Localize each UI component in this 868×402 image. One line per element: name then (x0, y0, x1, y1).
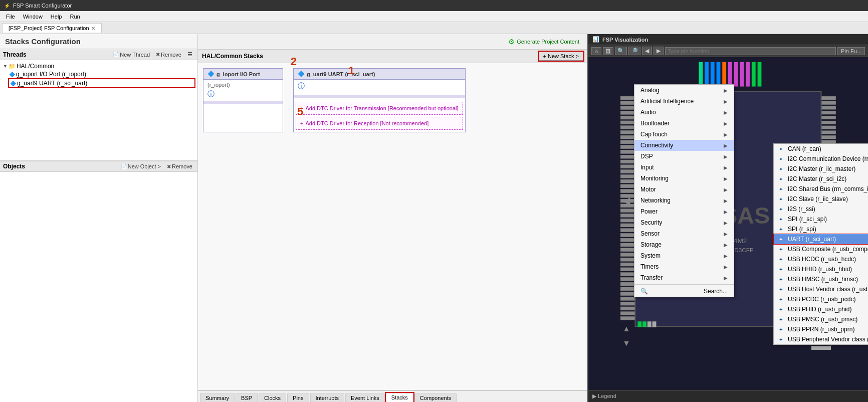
menu-search-label: Search... (704, 288, 728, 295)
right-panel-title: FSP Visualization (602, 37, 648, 43)
menu-power[interactable]: Power ▶ (634, 206, 734, 217)
svg-rect-2 (705, 62, 709, 87)
tab-interrupts[interactable]: Interrupts (310, 393, 344, 402)
submenu-usb-pprn[interactable]: ✦ USB PPRN (r_usb_pprn) (774, 324, 868, 334)
submenu-usb-pcdc-icon: ✦ (779, 297, 785, 302)
menu-file[interactable]: File (2, 13, 19, 21)
tree-hal-common[interactable]: ▼ 📁 HAL/Common (2, 62, 195, 70)
threads-menu-button[interactable]: ☰ (185, 51, 194, 58)
submenu-uart-selected[interactable]: ✦ UART (r_sci_uart) (774, 234, 868, 244)
tab-event-links[interactable]: Event Links (345, 393, 385, 402)
submenu-usb-pvnd[interactable]: ✦ USB Peripheral Vendor class (r_usb_pvn… (774, 334, 868, 344)
submenu-i2c-slave[interactable]: ✦ I2C Slave (r_iic_slave) (774, 194, 868, 204)
menu-sensor[interactable]: Sensor ▶ (634, 228, 734, 239)
tab-pins[interactable]: Pins (287, 393, 309, 402)
new-object-button[interactable]: 📄 New Object > (119, 163, 163, 170)
generate-button[interactable]: ⚙ Generate Project Content (504, 36, 583, 47)
submenu-usb-hmsc[interactable]: ✦ USB HMSC (r_usb_hmsc) (774, 274, 868, 284)
viz-photo-button[interactable]: 🖼 (603, 47, 613, 55)
menu-storage[interactable]: Storage ▶ (634, 239, 734, 250)
tree-uart9[interactable]: 🔷 g_uart9 UART (r_sci_uart) (8, 78, 195, 88)
tab-fsp-config[interactable]: [FSP_Project] FSP Configuration ✕ (2, 23, 102, 33)
menu-transfer[interactable]: Transfer ▶ (634, 272, 734, 283)
submenu-spi-r[interactable]: ✦ SPI (r_spi) (774, 224, 868, 234)
viz-search-button[interactable]: 🔍 (615, 47, 627, 55)
viz-next-button[interactable]: ▶ (654, 47, 664, 55)
stack-block-ioport[interactable]: 🔷 g_ioport I/O Port (r_ioport) ⓘ (203, 68, 283, 132)
menu-networking[interactable]: Networking ▶ (634, 195, 734, 206)
menu-motor[interactable]: Motor ▶ (634, 184, 734, 195)
menu-ai[interactable]: Artificial Intelligence ▶ (634, 96, 734, 107)
tab-close-icon[interactable]: ✕ (91, 26, 95, 31)
menu-analog[interactable]: Analog ▶ (634, 85, 734, 96)
submenu-i2c-master-iic[interactable]: ✦ I2C Master (r_iic_master) (774, 164, 868, 174)
tree-ioport-label: g_ioport I/O Port (r_ioport) (16, 71, 86, 78)
menu-audio[interactable]: Audio ▶ (634, 107, 734, 118)
submenu-usb-hhid[interactable]: ✦ USB HHID (r_usb_hhid) (774, 264, 868, 274)
add-dtc-transmit-button[interactable]: + Add DTC Driver for Transmission [Recom… (296, 102, 463, 115)
submenu-usb-composite[interactable]: ✦ USB Composite (r_usb_composite) (774, 244, 868, 254)
menu-search[interactable]: 🔍 Search... (634, 286, 734, 297)
svg-rect-51 (620, 287, 635, 291)
menu-help[interactable]: Help (47, 13, 66, 21)
stack-block-uart9[interactable]: 🔷 g_uart9 UART (r_sci_uart) ⓘ + Add DTC … (293, 68, 466, 132)
menu-audio-arrow: ▶ (724, 110, 728, 115)
remove-object-button[interactable]: ✖ Remove (165, 163, 194, 170)
svg-rect-17 (620, 121, 635, 124)
submenu-usb-hhid-icon: ✦ (779, 267, 785, 272)
menu-dsp[interactable]: DSP ▶ (634, 151, 734, 162)
submenu-i2c-comms[interactable]: ✦ I2C Communication Device (rm_comms_i2c… (774, 154, 868, 164)
tab-summary[interactable]: Summary (200, 393, 235, 402)
remove-thread-button[interactable]: ✖ Remove (154, 51, 183, 58)
submenu-usb-hvnd[interactable]: ✦ USB Host Vendor class (r_usb_hvnd) (774, 284, 868, 294)
menu-bootloader[interactable]: Bootloader ▶ (634, 118, 734, 129)
submenu-usb-pcdc[interactable]: ✦ USB PCDC (r_usb_pcdc) (774, 294, 868, 304)
menu-monitoring[interactable]: Monitoring ▶ (634, 173, 734, 184)
submenu-usb-phid-icon: ✦ (779, 307, 785, 312)
submenu-spi-sci[interactable]: ✦ SPI (r_sci_spi) (774, 214, 868, 224)
submenu-i2c-shared[interactable]: ✦ I2C Shared Bus (rm_comms_i2c) (774, 184, 868, 194)
pin-function-input[interactable] (665, 47, 836, 55)
add-dtc-receive-button[interactable]: + Add DTC Driver for Reception [Not reco… (296, 117, 463, 130)
submenu-usb-phid[interactable]: ✦ USB PHID (r_usb_phid) (774, 304, 868, 314)
submenu-i2c-master-sci-label: I2C Master (r_sci_i2c) (788, 175, 846, 182)
tree-ioport[interactable]: 🔷 g_ioport I/O Port (r_ioport) (8, 70, 195, 78)
menu-connectivity[interactable]: Connectivity ▶ (634, 140, 734, 151)
menu-sensor-arrow: ▶ (724, 231, 728, 237)
submenu-can[interactable]: ✦ CAN (r_can) (774, 144, 868, 154)
tab-bsp[interactable]: BSP (236, 393, 258, 402)
submenu-i2s[interactable]: ✦ I2S (r_ssi) (774, 204, 868, 214)
submenu-usb-hcdc[interactable]: ✦ USB HCDC (r_usb_hcdc) (774, 254, 868, 264)
tab-components[interactable]: Components (414, 393, 457, 402)
new-thread-button[interactable]: 📄 New Thread (111, 51, 152, 58)
svg-rect-54 (620, 302, 635, 305)
menu-timers[interactable]: Timers ▶ (634, 261, 734, 272)
menu-run[interactable]: Run (66, 13, 84, 21)
new-stack-button[interactable]: + New Stack > (539, 52, 584, 61)
menu-security[interactable]: Security ▶ (634, 217, 734, 228)
svg-rect-63 (821, 121, 836, 124)
submenu-i2c-master-sci[interactable]: ✦ I2C Master (r_sci_i2c) (774, 174, 868, 184)
main-layout: Stacks Configuration Threads 📄 New Threa… (0, 34, 868, 402)
stack-ioport-title: g_ioport I/O Port (216, 71, 260, 77)
submenu-usb-pprn-label: USB PPRN (r_usb_pprn) (788, 326, 854, 333)
pin-function-button[interactable]: Pin Fu... (837, 47, 865, 55)
tab-stacks[interactable]: Stacks (386, 393, 413, 402)
right-legend[interactable]: ▶ Legend (588, 390, 868, 402)
viz-prev-button[interactable]: ◀ (642, 47, 652, 55)
menu-window[interactable]: Window (19, 13, 47, 21)
menu-system[interactable]: System ▶ (634, 250, 734, 261)
menu-system-arrow: ▶ (724, 253, 728, 259)
viz-home-button[interactable]: ⌂ (591, 47, 601, 55)
svg-rect-38 (620, 224, 635, 227)
svg-rect-64 (821, 126, 836, 129)
app-title: FSP Smart Configurator (13, 3, 72, 9)
tab-clocks[interactable]: Clocks (259, 393, 286, 402)
svg-text:▲: ▲ (622, 324, 630, 333)
viz-zoom-in-button[interactable]: 🔎 (628, 47, 640, 55)
submenu-usb-pmsc[interactable]: ✦ USB PMSC (r_usb_pmsc) (774, 314, 868, 324)
menu-input[interactable]: Input ▶ (634, 162, 734, 173)
menu-captouch[interactable]: CapTouch ▶ (634, 129, 734, 140)
stack-ioport-icon: 🔷 (207, 71, 214, 77)
submenu-usb-phid-label: USB PHID (r_usb_phid) (788, 306, 851, 313)
